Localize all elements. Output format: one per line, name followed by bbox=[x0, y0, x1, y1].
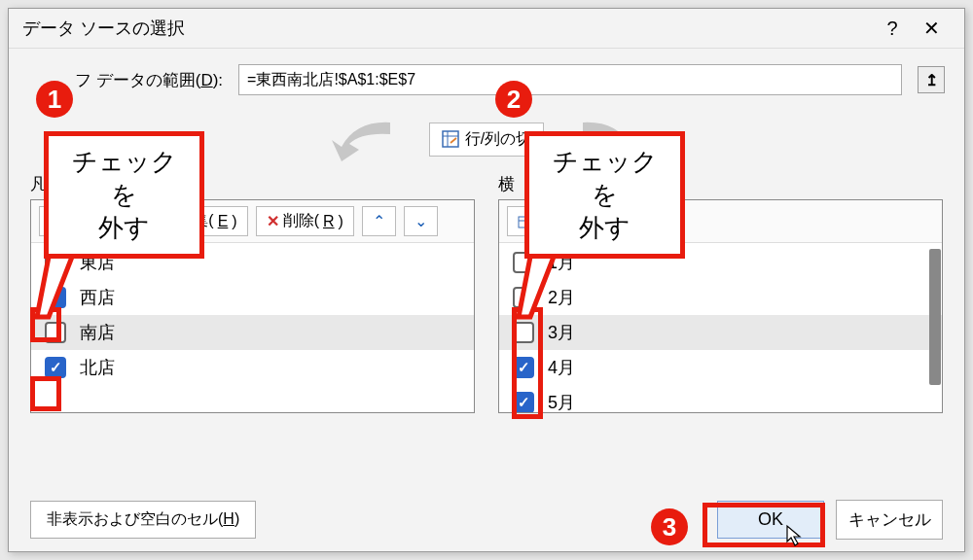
list-item[interactable]: 南店 bbox=[31, 315, 474, 350]
move-up-button[interactable]: ⌃ bbox=[362, 206, 396, 236]
annotation-badge-2: 2 bbox=[495, 81, 532, 118]
cancel-button[interactable]: キャンセル bbox=[836, 500, 943, 540]
hidden-blank-cells-button[interactable]: 非表示および空白のセル(H) bbox=[30, 501, 256, 539]
annotation-badge-1: 1 bbox=[36, 81, 73, 118]
ok-button[interactable]: OK bbox=[717, 501, 824, 539]
chart-data-range-row: フ データの範囲(D): ↥ bbox=[9, 49, 964, 105]
mouse-cursor-icon bbox=[785, 524, 805, 553]
delete-icon: ✕ bbox=[267, 212, 279, 230]
checkbox[interactable]: ✓ bbox=[513, 357, 534, 378]
annotation-callout-2: チェックを 外す bbox=[524, 131, 685, 259]
list-item[interactable]: ✓5月 bbox=[499, 385, 942, 412]
dialog-title: データ ソースの選択 bbox=[22, 17, 873, 40]
checkbox[interactable] bbox=[45, 322, 66, 343]
list-item-label: 北店 bbox=[80, 356, 115, 379]
legend-list[interactable]: 東店✓西店南店✓北店 bbox=[31, 243, 474, 412]
list-item-label: 5月 bbox=[548, 391, 575, 412]
close-button[interactable]: ✕ bbox=[912, 17, 951, 40]
annotation-badge-3: 3 bbox=[651, 508, 688, 545]
annotation-callout-1: チェックを 外す bbox=[44, 131, 204, 259]
list-item[interactable]: ✓北店 bbox=[31, 350, 474, 385]
curved-arrow-left-icon bbox=[322, 113, 410, 166]
select-data-source-dialog: データ ソースの選択 ? ✕ フ データの範囲(D): ↥ 行/列の切 bbox=[8, 8, 965, 552]
checkbox[interactable] bbox=[513, 322, 534, 343]
chart-data-range-label: フ データの範囲(D): bbox=[75, 69, 223, 91]
checkbox[interactable]: ✓ bbox=[45, 357, 66, 378]
move-down-button[interactable]: ⌄ bbox=[404, 206, 438, 236]
list-item[interactable]: ✓西店 bbox=[31, 280, 474, 315]
checkbox[interactable]: ✓ bbox=[513, 392, 534, 412]
list-item[interactable]: ✓4月 bbox=[499, 350, 942, 385]
list-item-label: 南店 bbox=[80, 321, 115, 344]
help-button[interactable]: ? bbox=[873, 18, 912, 40]
list-item-label: 3月 bbox=[548, 321, 575, 344]
chart-data-range-input[interactable] bbox=[238, 64, 902, 95]
switch-icon bbox=[442, 130, 459, 148]
collapse-range-button[interactable]: ↥ bbox=[918, 66, 945, 93]
titlebar: データ ソースの選択 ? ✕ bbox=[9, 9, 964, 49]
delete-series-button[interactable]: ✕ 削除(R) bbox=[256, 206, 354, 236]
axis-scrollbar[interactable] bbox=[929, 249, 941, 385]
footer: 非表示および空白のセル(H) OK キャンセル bbox=[30, 500, 943, 540]
list-item-label: 4月 bbox=[548, 356, 575, 379]
